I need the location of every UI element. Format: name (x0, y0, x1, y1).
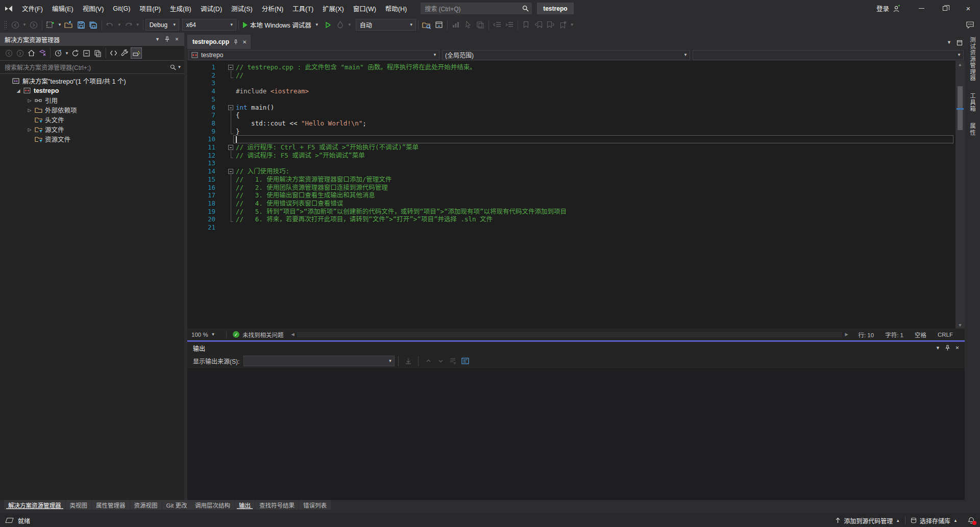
panel-tab-类视图[interactable]: 类视图 (66, 500, 92, 510)
menu-item-9[interactable]: 工具(T) (288, 0, 318, 17)
code-line-12[interactable]: // 调试程序: F5 或调试 >“开始调试”菜单 (187, 152, 954, 160)
autohide-tab-工具箱[interactable]: 工具箱 (968, 93, 976, 112)
autohide-tab-属性[interactable]: 属性 (968, 123, 976, 136)
close-button[interactable]: × (957, 0, 980, 17)
project-scope-dropdown[interactable]: testrepo ▼ (188, 50, 439, 60)
caret-collapsed-icon[interactable]: ▷ (26, 98, 34, 103)
redo-dropdown-icon[interactable]: ▼ (135, 22, 141, 27)
open-file-button[interactable] (63, 19, 75, 31)
menu-item-6[interactable]: 调试(D) (196, 0, 227, 17)
code-line-16[interactable]: // 2. 使用团队资源管理器窗口连接到源代码管理 (187, 184, 954, 192)
caret-collapsed-icon[interactable]: ▷ (26, 127, 34, 132)
panel-tab-调用层次结构[interactable]: 调用层次结构 (191, 500, 235, 510)
zoom-level-dropdown[interactable]: 100 % ▼ (187, 329, 223, 340)
new-project-button[interactable] (44, 19, 57, 31)
scroll-left-icon[interactable]: ◀ (289, 332, 297, 337)
new-item-dropdown-icon[interactable]: ▼ (57, 22, 63, 27)
copy-reference-icon[interactable] (474, 19, 486, 31)
code-line-8[interactable]: std::cout << "Hello World!\n"; (187, 119, 954, 128)
menu-item-12[interactable]: 帮助(H) (381, 0, 411, 17)
goto-previous-message-icon[interactable] (423, 356, 434, 367)
goto-next-message-icon[interactable] (435, 356, 446, 367)
code-metrics-icon[interactable] (450, 19, 462, 31)
code-line-5[interactable] (187, 95, 954, 104)
tree-item-solution[interactable]: 解决方案"testrepo"(1 个项目/共 1 个) (0, 76, 184, 86)
menu-item-10[interactable]: 扩展(X) (318, 0, 349, 17)
eol-indicator[interactable]: CRLF (932, 332, 959, 338)
menu-item-3[interactable]: Git(G) (108, 0, 135, 17)
sync-with-active-document-icon[interactable] (108, 47, 119, 59)
tree-item-引用[interactable]: ▷引用 (0, 95, 184, 105)
line-indicator[interactable]: 行: 10 (852, 331, 879, 339)
output-position-dropdown-icon[interactable]: ▼ (934, 344, 942, 353)
debug-target-dropdown-icon[interactable]: ▼ (314, 22, 320, 27)
window-position-dropdown-icon[interactable]: ▼ (153, 35, 162, 44)
panel-tab-输出[interactable]: 输出 (235, 500, 255, 510)
scroll-up-icon[interactable]: ▲ (955, 61, 965, 68)
code-line-9[interactable]: } (187, 128, 954, 136)
code-line-4[interactable]: #include <iostream> (187, 87, 954, 95)
home-icon[interactable] (26, 47, 37, 59)
sign-in-button[interactable]: 登录 (876, 4, 900, 13)
explorer-search-icon[interactable]: ▼ (167, 64, 184, 70)
code-editor[interactable]: 1// testrepo.cpp : 此文件包含 "main" 函数。程序执行将… (187, 61, 965, 329)
explorer-back-icon[interactable] (3, 47, 14, 59)
tree-item-头文件[interactable]: 头文件 (0, 115, 184, 124)
tree-item-外部依赖项[interactable]: ▷外部依赖项 (0, 105, 184, 115)
current-project-chip[interactable]: testrepo (537, 3, 573, 14)
panel-tab-Git 更改[interactable]: Git 更改 (162, 500, 192, 510)
decrease-indent-icon[interactable] (491, 19, 503, 31)
find-in-files-icon[interactable] (421, 19, 433, 31)
menu-item-7[interactable]: 测试(S) (227, 0, 257, 17)
hot-reload-dropdown-icon[interactable]: ▼ (347, 22, 353, 27)
solution-explorer-header[interactable]: 解决方案资源管理器 ▼ ✕ (0, 33, 184, 46)
window-layout-icon[interactable] (433, 19, 445, 31)
save-all-button[interactable] (87, 19, 100, 31)
panel-tab-属性管理器[interactable]: 属性管理器 (92, 500, 130, 510)
code-line-2[interactable]: // (187, 71, 954, 80)
output-content[interactable] (187, 368, 965, 500)
toggle-bookmark-icon[interactable] (520, 19, 532, 31)
show-all-files-icon[interactable] (92, 47, 104, 59)
close-tab-icon[interactable]: ✕ (242, 39, 247, 45)
add-to-source-control-button[interactable]: 添加到源代码管理 ▲ (830, 514, 905, 527)
send-feedback-icon[interactable] (964, 19, 976, 31)
redo-button[interactable] (122, 19, 135, 31)
preview-selected-items-icon[interactable] (131, 47, 142, 59)
menu-item-2[interactable]: 视图(V) (78, 0, 109, 17)
code-line-21[interactable] (187, 223, 954, 232)
editor-horizontal-scrollbar[interactable]: ◀ ▶ (289, 329, 851, 340)
code-line-19[interactable]: // 5. 转到“项目”>“添加新项”以创建新的代码文件，或转到“项目”>“添加… (187, 208, 954, 216)
code-line-10[interactable] (187, 135, 954, 143)
fold-collapse-icon[interactable] (228, 65, 233, 70)
find-message-icon[interactable] (403, 356, 414, 367)
properties-wrench-icon[interactable] (119, 47, 131, 59)
autohide-tab-测试资源管理器[interactable]: 测试资源管理器 (968, 37, 976, 82)
panel-tab-错误列表[interactable]: 错误列表 (299, 500, 331, 510)
code-line-14[interactable]: // 入门使用技巧: (187, 167, 954, 175)
select-repository-button[interactable]: 选择存储库 ▲ (905, 514, 963, 527)
code-line-6[interactable]: int main() (187, 104, 954, 112)
output-pin-icon[interactable] (943, 344, 952, 353)
pending-changes-filter-icon[interactable] (53, 47, 64, 59)
menu-item-0[interactable]: 文件(F) (17, 0, 47, 17)
caret-expanded-icon[interactable]: ◢ (14, 88, 22, 93)
panel-tab-资源视图[interactable]: 资源视图 (130, 500, 162, 510)
menu-item-5[interactable]: 生成(B) (165, 0, 196, 17)
code-line-15[interactable]: // 1. 使用解决方案资源管理器窗口添加/管理文件 (187, 175, 954, 184)
code-line-20[interactable]: // 6. 将来，若要再次打开此项目，请转到“文件”>“打开”>“项目”并选择 … (187, 215, 954, 223)
caret-collapsed-icon[interactable]: ▷ (26, 108, 34, 113)
clear-all-icon[interactable] (447, 356, 458, 367)
navigate-back-button[interactable] (9, 19, 21, 31)
solution-platform-dropdown[interactable]: x64▼ (182, 19, 236, 31)
restore-button[interactable] (933, 0, 957, 17)
menu-item-1[interactable]: 编辑(E) (47, 0, 78, 17)
solution-configuration-dropdown[interactable]: Debug▼ (145, 19, 179, 31)
undo-button[interactable] (104, 19, 116, 31)
output-source-dropdown[interactable]: ▼ (243, 356, 395, 366)
output-panel-header[interactable]: 输出 ▼ ✕ (187, 342, 965, 354)
menu-item-11[interactable]: 窗口(W) (349, 0, 381, 17)
close-icon[interactable]: ✕ (173, 35, 181, 44)
switch-views-icon[interactable] (37, 47, 48, 59)
float-window-icon[interactable] (957, 40, 963, 46)
